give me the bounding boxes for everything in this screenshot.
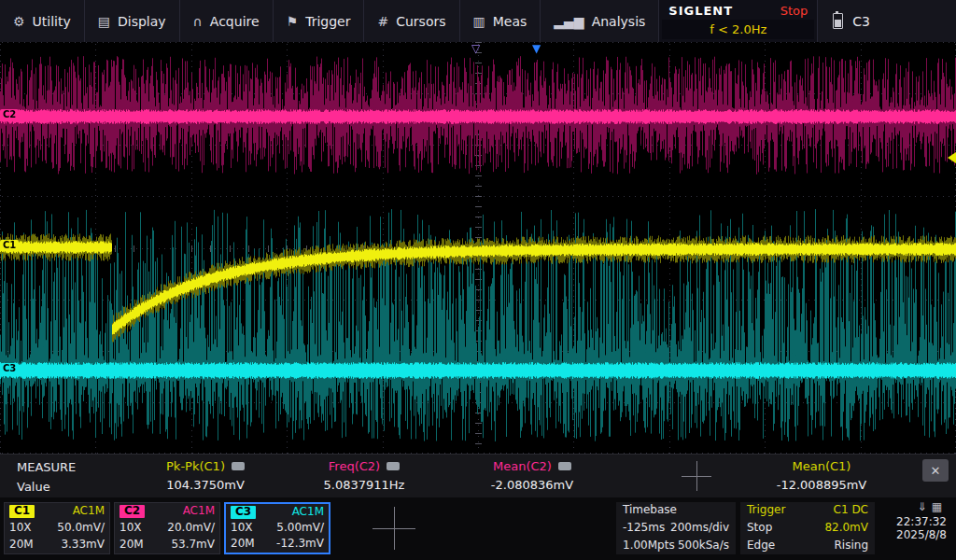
- menu-trigger-label: Trigger: [305, 14, 350, 29]
- coupling-c1: AC1M: [73, 505, 105, 518]
- menu-acquire[interactable]: ∩ Acquire: [180, 0, 274, 42]
- measure-config-pill: [232, 462, 245, 470]
- channel-box-c1[interactable]: C1AC1M 10X50.0mV/ 20M3.33mV: [4, 502, 110, 554]
- cursors-icon: #: [377, 14, 388, 29]
- measure-bar: MEASURE Value Pk-Pk(C1) 104.3750mV Freq(…: [0, 454, 956, 497]
- scale-c3: 5.00mV/: [276, 522, 324, 535]
- measure-value-row-label: Value: [17, 480, 50, 494]
- measure-value: -2.080836mV: [429, 478, 635, 492]
- trigger-position-marker[interactable]: ▽: [471, 43, 480, 54]
- menu-meas[interactable]: ▥ Meas: [460, 0, 541, 42]
- trigger-slope: Rising: [835, 539, 868, 553]
- channel-chip-c2: C2: [120, 505, 145, 518]
- channel-box-c3[interactable]: C3AC1M 10X5.00mV/ 20M-12.3mV: [224, 502, 330, 554]
- brand-status-box: SIGLENT Stop f < 2.0Hz: [659, 0, 818, 42]
- active-channel-indicator[interactable]: C3: [852, 14, 870, 29]
- waveform-display[interactable]: C2 C1 C3 ▽ ▼: [0, 42, 956, 454]
- menu-analysis[interactable]: ▂▄▆ Analysis: [541, 0, 659, 42]
- usb-icon: ⇓: [918, 500, 932, 513]
- bottom-status-bar: C1AC1M 10X50.0mV/ 20M3.33mV C2AC1M 10X20…: [0, 497, 956, 560]
- grid-icon: ▦: [932, 500, 947, 513]
- measure-config-pill: [387, 462, 400, 470]
- offset-c1: 3.33mV: [61, 539, 105, 552]
- acquire-icon: ∩: [193, 14, 203, 29]
- measure-label: Pk-Pk(C1): [166, 459, 225, 473]
- timebase-title: Timebase: [623, 504, 677, 517]
- measure-add-slot-crosshair[interactable]: [682, 461, 711, 491]
- menu-cursors-label: Cursors: [396, 14, 445, 29]
- utility-icon: ⚙: [13, 14, 25, 29]
- trigger-box[interactable]: TriggerC1 DC Stop82.0mV EdgeRising: [740, 502, 875, 554]
- system-status-box: C3: [818, 0, 885, 42]
- bandwidth-c3: 20M: [231, 538, 255, 551]
- channel-box-c2[interactable]: C2AC1M 10X20.0mV/ 20M53.7mV: [114, 502, 220, 554]
- timebase-box[interactable]: Timebase -125ms200ms/div 1.00Mpts500kSa/…: [616, 502, 736, 554]
- measure-label: Mean(C2): [493, 459, 552, 473]
- coupling-c2: AC1M: [183, 505, 215, 518]
- measure-col-mean-c2[interactable]: Mean(C2) -2.080836mV: [429, 459, 635, 492]
- measure-label: Freq(C2): [329, 459, 380, 473]
- trigger-type: Edge: [747, 539, 775, 553]
- waveform-canvas: [0, 42, 956, 454]
- channel-chip-c1: C1: [9, 505, 35, 518]
- menu-meas-label: Meas: [493, 14, 527, 29]
- timebase-sample-rate: 500kSa/s: [678, 539, 729, 553]
- trigger-status: Stop: [747, 522, 772, 535]
- menu-utility-label: Utility: [33, 14, 71, 29]
- probe-c3: 10X: [231, 522, 253, 535]
- meas-icon: ▥: [473, 14, 485, 29]
- battery-icon: [833, 13, 843, 29]
- menu-trigger[interactable]: ⚑ Trigger: [274, 0, 365, 42]
- probe-c1: 10X: [9, 522, 32, 535]
- offset-c3: -12.3mV: [276, 538, 324, 551]
- display-icon: ▤: [98, 14, 110, 29]
- scale-c1: 50.0mV/: [57, 522, 105, 535]
- crosshair-placeholder: [373, 507, 415, 550]
- coupling-c3: AC1M: [292, 506, 324, 519]
- brand-logo: SIGLENT: [668, 4, 733, 18]
- trigger-level-marker[interactable]: [948, 152, 956, 163]
- measure-config-pill: [558, 462, 571, 470]
- menu-cursors[interactable]: # Cursors: [364, 0, 459, 42]
- trigger-level: 82.0mV: [824, 522, 868, 535]
- channel-offset-tag-c2[interactable]: C2: [0, 109, 19, 120]
- bandwidth-c2: 20M: [120, 539, 144, 552]
- analysis-icon: ▂▄▆: [554, 14, 583, 29]
- probe-c2: 10X: [120, 522, 142, 535]
- clock-area: ⇓▦ 22:37:32 2025/8/8: [876, 500, 952, 541]
- menu-analysis-label: Analysis: [592, 14, 646, 29]
- channel-offset-tag-c3[interactable]: C3: [0, 363, 19, 374]
- trigger-title: Trigger: [747, 504, 785, 517]
- trigger-frequency-readout: f < 2.0Hz: [662, 20, 814, 39]
- timebase-memory: 1.00Mpts: [623, 539, 675, 553]
- menu-display[interactable]: ▤ Display: [85, 0, 180, 42]
- channel-chip-c3: C3: [231, 506, 256, 519]
- system-date: 2025/8/8: [876, 528, 947, 541]
- measure-title: MEASURE: [17, 460, 76, 474]
- bandwidth-c1: 20M: [9, 539, 34, 552]
- trigger-flag-icon: ⚑: [287, 14, 299, 29]
- measure-close-button[interactable]: ✕: [922, 459, 949, 482]
- scale-c2: 20.0mV/: [167, 522, 215, 535]
- measure-value: -12.008895mV: [719, 478, 924, 492]
- trigger-delay-marker[interactable]: ▼: [532, 43, 541, 54]
- offset-c2: 53.7mV: [171, 539, 215, 552]
- channel-offset-tag-c1[interactable]: C1: [0, 240, 19, 251]
- menu-display-label: Display: [118, 14, 166, 29]
- menu-utility[interactable]: ⚙ Utility: [0, 0, 85, 42]
- measure-label: Mean(C1): [793, 459, 851, 473]
- trigger-source: C1 DC: [834, 504, 868, 517]
- top-menu-bar: ⚙ Utility ▤ Display ∩ Acquire ⚑ Trigger …: [0, 0, 956, 42]
- system-time: 22:37:32: [876, 515, 947, 528]
- timebase-delay: -125ms: [623, 522, 665, 535]
- timebase-scale: 200ms/div: [670, 522, 729, 535]
- acquisition-status-badge: Stop: [780, 4, 808, 18]
- measure-col-mean-c1[interactable]: Mean(C1) -12.008895mV: [719, 459, 924, 492]
- menu-acquire-label: Acquire: [210, 14, 260, 29]
